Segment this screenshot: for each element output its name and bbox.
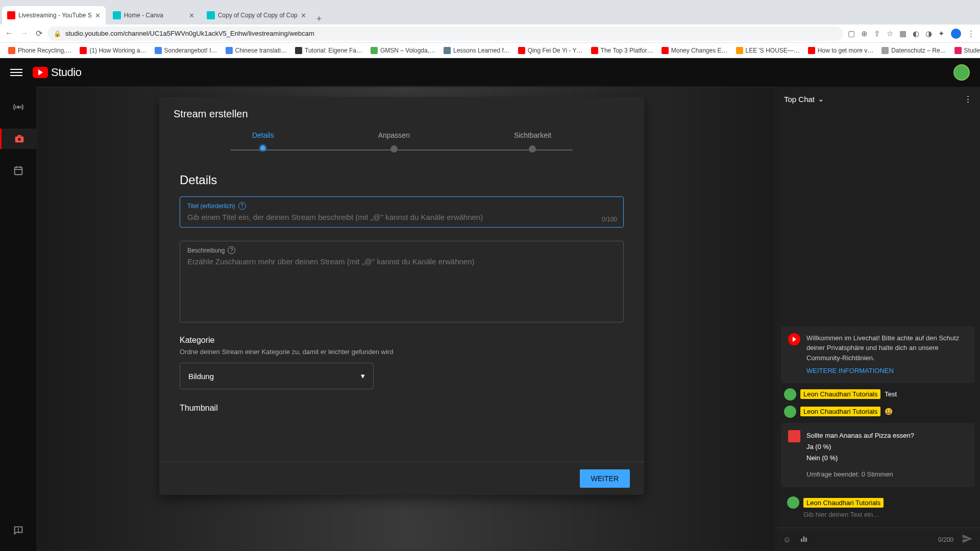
chat-message: Leon Chaudhari Tutorials 😃 (781, 406, 975, 418)
send-button[interactable] (962, 533, 973, 546)
poll-status: Umfrage beendet: 0 Stimmen (806, 469, 914, 480)
left-nav (0, 87, 37, 551)
ext-icon[interactable]: ◑ (925, 29, 932, 38)
favicon (155, 47, 162, 54)
bookmark[interactable]: GMSN – Vologda,… (368, 47, 438, 54)
title-field[interactable]: Titel (erforderlich) ? 0/100 (180, 196, 624, 228)
forward-button[interactable]: → (20, 29, 29, 38)
live-chat-panel: Top Chat ⌄ ⋮ Willkommen im Livechat! Bit… (776, 87, 980, 551)
bookmark[interactable]: Tutorial: Eigene Fa… (292, 47, 365, 54)
author-badge[interactable]: Leon Chaudhari Tutorials (800, 407, 880, 416)
dialog-footer: WEITER (159, 462, 644, 495)
hamburger-menu-button[interactable] (10, 66, 22, 79)
step-details[interactable]: Details (252, 131, 274, 151)
lock-icon: 🔒 (54, 30, 61, 37)
bookmark[interactable]: Qing Fei De Yi - Y… (515, 47, 586, 54)
favicon (371, 47, 378, 54)
nav-stream[interactable] (8, 97, 29, 117)
welcome-link[interactable]: WEITERE INFORMATIONEN (806, 366, 968, 376)
close-icon[interactable]: ✕ (301, 12, 306, 19)
avatar[interactable] (784, 406, 796, 418)
bookmark[interactable]: Chinese translati… (223, 47, 290, 54)
emoji-button[interactable]: ☺ (783, 535, 791, 544)
ext-icon[interactable]: ◐ (913, 29, 919, 38)
studio-logo[interactable]: Studio (33, 66, 81, 79)
browser-tab[interactable]: Copy of Copy of Copy of Cop ✕ (202, 6, 311, 24)
bookmark[interactable]: Money Changes E… (658, 47, 731, 54)
bookmark[interactable]: LEE 'S HOUSE—… (733, 47, 803, 54)
calendar-icon (13, 165, 24, 176)
bookmark[interactable]: Phone Recycling,… (5, 47, 75, 54)
bookmark[interactable]: Sonderangebot! I… (152, 47, 220, 54)
poll-option[interactable]: Nein (0 %) (806, 453, 914, 464)
poll-option[interactable]: Ja (0 %) (806, 441, 914, 453)
share-icon[interactable]: ⇧ (874, 29, 880, 38)
address-bar[interactable]: 🔒 studio.youtube.com/channel/UC1a5FWVn0g… (47, 27, 843, 41)
details-heading: Details (180, 173, 624, 187)
feedback-icon (13, 525, 24, 536)
account-avatar[interactable] (953, 64, 970, 81)
bookmark[interactable]: (1) How Working a… (77, 47, 149, 54)
svg-point-0 (17, 106, 19, 108)
message-text: Test (885, 390, 897, 398)
poll-button[interactable] (799, 534, 808, 545)
close-icon[interactable]: ✕ (189, 12, 194, 19)
close-icon[interactable]: ✕ (95, 12, 101, 19)
nav-webcam[interactable] (0, 129, 37, 149)
welcome-text: Willkommen im Livechat! Bitte achte auf … (806, 334, 959, 362)
camera-icon (14, 133, 25, 144)
step-visibility[interactable]: Sichtbarkeit (514, 131, 551, 153)
star-icon[interactable]: ☆ (887, 29, 893, 38)
help-icon[interactable]: ? (228, 246, 235, 254)
chat-menu-button[interactable]: ⋮ (964, 94, 972, 104)
step-dot-icon (529, 145, 536, 153)
chat-mode-toggle[interactable]: Top Chat ⌄ (784, 94, 824, 104)
chat-input[interactable]: Gib hier deinen Text ein… (787, 511, 969, 518)
svg-point-2 (18, 138, 21, 141)
step-customize[interactable]: Anpassen (378, 131, 410, 153)
description-input[interactable] (187, 257, 616, 266)
new-tab-button[interactable]: + (311, 14, 327, 24)
bookmark[interactable]: Lessons Learned f… (440, 47, 513, 54)
description-field[interactable]: Beschreibung ? (180, 241, 624, 322)
back-button[interactable]: ← (5, 29, 13, 38)
browser-tab[interactable]: Home - Canva ✕ (108, 6, 200, 24)
bookmark[interactable]: How to get more v… (805, 47, 876, 54)
chat-poll-card: Sollte man Ananas auf Pizza essen? Ja (0… (781, 423, 975, 487)
help-icon[interactable]: ? (238, 202, 246, 210)
browser-tab-active[interactable]: Livestreaming - YouTube S ✕ (2, 6, 106, 24)
tab-title: Home - Canva (124, 12, 163, 19)
create-stream-dialog: Stream erstellen Details Anpassen Sichtb… (159, 97, 644, 495)
category-select[interactable]: Bildung ▾ (180, 363, 374, 389)
main-content: Stream erstellen Details Anpassen Sichtb… (37, 87, 776, 551)
bar-chart-icon (799, 534, 808, 543)
reload-button[interactable]: ⟳ (36, 29, 42, 38)
svg-rect-4 (15, 167, 22, 175)
ext-icon[interactable]: ▦ (899, 29, 906, 38)
bookmark[interactable]: Datenschutz – Re… (878, 47, 949, 54)
bookmark[interactable]: Student Wants an… (951, 47, 980, 54)
author-badge[interactable]: Leon Chaudhari Tutorials (800, 389, 880, 399)
puzzle-icon[interactable]: ✦ (938, 29, 945, 38)
bookmark[interactable]: The Top 3 Platfor… (588, 47, 656, 54)
title-char-count: 0/100 (602, 216, 617, 223)
category-desc: Ordne deinen Stream einer Kategorie zu, … (180, 348, 624, 356)
category-heading: Kategorie (180, 336, 624, 345)
youtube-icon (7, 11, 15, 19)
zoom-icon[interactable]: ⊕ (861, 29, 868, 38)
chat-welcome-card: Willkommen im Livechat! Bitte achte auf … (781, 326, 975, 383)
chat-input-area: Leon Chaudhari Tutorials Gib hier deinen… (781, 492, 975, 522)
category-value: Bildung (188, 372, 214, 381)
favicon (808, 47, 815, 54)
chat-footer: ☺ 0/200 (776, 528, 980, 551)
profile-icon[interactable] (951, 29, 961, 39)
thumbnail-heading: Thumbnail (180, 404, 624, 413)
nav-manage[interactable] (8, 160, 29, 181)
menu-icon[interactable]: ⋮ (967, 29, 975, 38)
svg-rect-3 (17, 135, 21, 137)
next-button[interactable]: WEITER (580, 469, 630, 488)
avatar[interactable] (784, 388, 796, 400)
video-icon[interactable]: ▢ (848, 29, 855, 38)
feedback-button[interactable] (8, 520, 29, 541)
title-input[interactable] (187, 213, 616, 221)
